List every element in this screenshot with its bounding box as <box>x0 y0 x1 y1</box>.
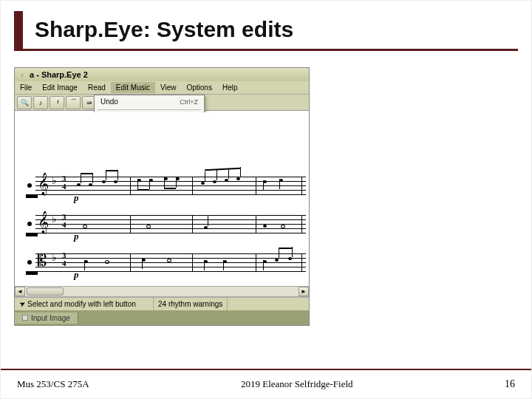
menu-file[interactable]: File <box>15 82 37 93</box>
menu-edit-music[interactable]: Edit Music <box>111 82 155 93</box>
horizontal-scrollbar[interactable]: ◄ ► <box>15 286 309 297</box>
rest-icon[interactable]: 𝄽 <box>50 96 64 109</box>
bottom-tab-bar: Input Image <box>15 310 309 325</box>
notes <box>72 211 306 236</box>
key-signature: ♭ <box>52 251 57 264</box>
window-title: a - Sharp.Eye 2 <box>30 70 88 79</box>
key-signature: ♭ <box>52 174 57 187</box>
tab-input-image[interactable]: Input Image <box>15 313 78 324</box>
status-left: ➤ Select and modify with left button <box>15 298 154 310</box>
treble-clef-icon: 𝄞 <box>38 211 49 233</box>
menu-undo-label: Undo <box>100 98 118 106</box>
score-area[interactable]: 𝄞 ♭ 34 p <box>15 112 309 285</box>
slide: Sharp.Eye: System edits ♪ a - Sharp.Eye … <box>0 0 532 399</box>
scroll-left-icon[interactable]: ◄ <box>15 287 25 296</box>
title-area: Sharp.Eye: System edits <box>14 11 518 51</box>
app-icon: ♪ <box>18 70 27 79</box>
cursor-icon: ➤ <box>18 299 27 309</box>
slide-footer: Mus 253/CS 275A 2019 Eleanor Selfridge-F… <box>1 369 531 398</box>
staff-bracket <box>15 260 35 265</box>
staff-bracket <box>15 222 35 226</box>
notes <box>72 173 306 198</box>
menu-undo[interactable]: Undo Ctrl+Z <box>95 95 204 108</box>
status-right: 24 rhythm warnings <box>154 298 228 310</box>
scroll-right-icon[interactable]: ► <box>299 287 309 296</box>
treble-clef-icon: 𝄞 <box>38 173 49 195</box>
app-window: ♪ a - Sharp.Eye 2 File Edit Image Read E… <box>14 67 310 326</box>
staff[interactable]: 𝄡 ♭ 34 p <box>35 250 306 275</box>
tie-icon[interactable]: ⌒ <box>66 96 81 109</box>
menubar: File Edit Image Read Edit Music View Opt… <box>15 81 309 95</box>
staff-row: 𝄡 ♭ 34 p <box>15 245 309 279</box>
statusbar: ➤ Select and modify with left button 24 … <box>15 297 309 310</box>
scroll-thumb[interactable] <box>27 287 64 296</box>
time-signature: 34 <box>62 251 66 267</box>
staff[interactable]: 𝄞 ♭ 34 p <box>35 211 306 236</box>
slide-title: Sharp.Eye: System edits <box>14 11 518 42</box>
footer-right: 16 <box>505 378 515 390</box>
menu-help[interactable]: Help <box>217 82 243 93</box>
time-signature: 34 <box>62 174 66 191</box>
staff-row: 𝄞 ♭ 34 p <box>15 207 309 241</box>
time-signature: 34 <box>62 213 66 229</box>
staff-bracket <box>15 183 35 188</box>
footer-center: 2019 Eleanor Selfridge-Field <box>241 378 353 390</box>
menu-sep <box>98 109 201 110</box>
key-signature: ♭ <box>52 213 57 225</box>
note-icon[interactable]: ♪ <box>33 96 48 109</box>
staff[interactable]: 𝄞 ♭ 34 p <box>35 173 306 198</box>
menu-undo-shortcut: Ctrl+Z <box>171 98 198 106</box>
app-titlebar: ♪ a - Sharp.Eye 2 <box>15 68 309 81</box>
staff-row: 𝄞 ♭ 34 p <box>15 168 309 202</box>
alto-clef-icon: 𝄡 <box>38 251 47 270</box>
footer-left: Mus 253/CS 275A <box>17 378 89 390</box>
menu-read[interactable]: Read <box>83 82 111 93</box>
notes <box>72 250 306 275</box>
staff-row: 𝄢 ♭ 34 p <box>15 284 309 285</box>
tab-icon <box>22 315 28 321</box>
menu-options[interactable]: Options <box>181 82 216 93</box>
zoom-in-icon[interactable]: 🔍 <box>17 96 32 109</box>
menu-edit-image[interactable]: Edit Image <box>37 82 83 93</box>
menu-view[interactable]: View <box>155 82 182 93</box>
